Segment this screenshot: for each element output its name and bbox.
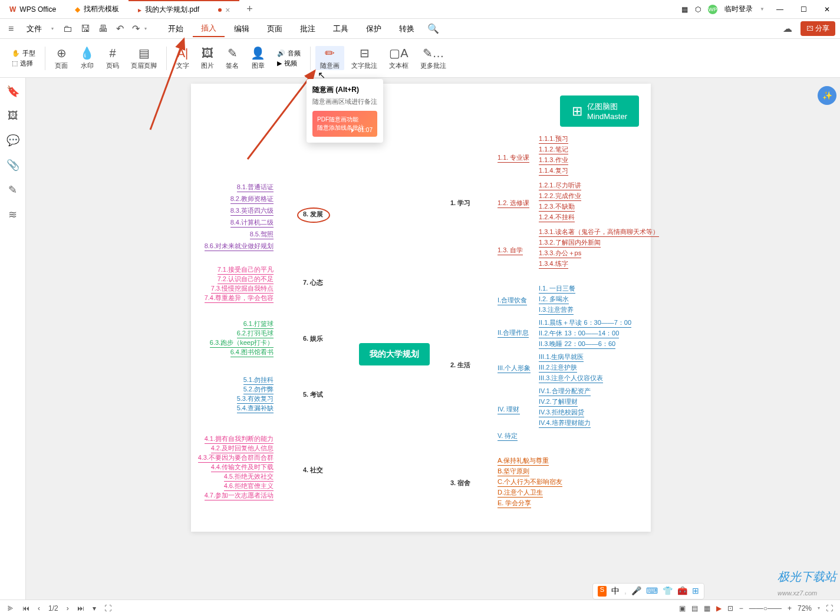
insert-menu[interactable]: 插入 xyxy=(193,21,225,37)
tooltip-desc: 随意画画区域进行备注 xyxy=(312,97,377,106)
select-tool[interactable]: ⬚ 选择 xyxy=(12,59,35,68)
input-method-bar[interactable]: S 中, 🎤 ⌨ 👕 🧰 ⊞ xyxy=(592,583,704,599)
save-icon[interactable]: 🖫 xyxy=(77,21,94,37)
close-button[interactable]: ✕ xyxy=(819,1,835,18)
view-mode-icon[interactable]: ▾ xyxy=(93,604,96,612)
view-continuous-icon[interactable]: ▤ xyxy=(691,604,698,612)
open-icon[interactable]: 🗀 xyxy=(60,21,76,37)
document-canvas[interactable]: ⊞ 亿图脑图MindMaster 我的大学规划 8. 发展 8.1.普通话证 8… xyxy=(26,78,840,599)
view-single-icon[interactable]: ▣ xyxy=(679,604,686,612)
leaf-2-4-3: IV.3.拒绝校园贷 xyxy=(539,408,584,417)
app-tab[interactable]: W WPS Office xyxy=(0,0,65,18)
first-page-icon[interactable]: ⏮ xyxy=(22,604,29,612)
text-button[interactable]: A|文字 xyxy=(172,47,194,70)
pen-icon[interactable]: ✎ xyxy=(8,183,17,196)
comment-icon[interactable]: 💬 xyxy=(6,134,19,147)
tools-menu[interactable]: 工具 xyxy=(325,21,357,37)
new-tab-button[interactable]: + xyxy=(239,3,260,15)
file-menu[interactable]: 文件 xyxy=(18,21,50,37)
titlebar: W WPS Office ◆ 找稻壳模板 ▸ 我的大学规划.pdf × + ▦ … xyxy=(0,0,840,19)
view-play-icon[interactable]: ▶ xyxy=(716,604,722,612)
tooltip-video[interactable]: PDF随意画功能 随意添加线条批注 ⏵ 01:07 xyxy=(312,111,377,137)
login-dropdown-icon[interactable]: ▼ xyxy=(760,6,765,12)
cloud-icon[interactable]: ☁ xyxy=(779,21,796,37)
leaf-3-5: E. 学会分享 xyxy=(498,499,531,508)
attachment-icon[interactable]: 📎 xyxy=(6,159,19,172)
sub-2-3: III.个人形象 xyxy=(498,364,531,373)
leaf-8-2: 8.2.教师资格证 xyxy=(230,195,274,204)
search-icon[interactable]: 🔍 xyxy=(424,21,443,37)
grid-icon[interactable]: ▦ xyxy=(681,5,688,14)
textbox-button[interactable]: ▢A文本框 xyxy=(384,46,413,70)
image-button[interactable]: 🖼图片 xyxy=(196,47,219,70)
template-tab[interactable]: ◆ 找稻壳模板 xyxy=(65,0,129,18)
annotate-menu[interactable]: 批注 xyxy=(292,21,324,37)
leaf-5-3: 5.3.有效复习 xyxy=(237,394,274,404)
page-menu[interactable]: 页面 xyxy=(259,21,291,37)
leaf-1-3-3: 1.3.3.办公＋ps xyxy=(539,249,581,258)
leaf-2-4-4: IV.4.培养理财能力 xyxy=(539,419,591,428)
bookmark-icon[interactable]: 🔖 xyxy=(6,85,19,98)
page-indicator[interactable]: 1/2 xyxy=(48,604,58,612)
pagenum-button[interactable]: #页码 xyxy=(101,47,124,70)
leaf-4-5: 4.5.拒绝无效社交 xyxy=(224,472,274,482)
layers-icon[interactable]: ≋ xyxy=(8,208,17,221)
convert-menu[interactable]: 转换 xyxy=(391,21,423,37)
active-document-tab[interactable]: ▸ 我的大学规划.pdf × xyxy=(129,0,239,18)
login-label[interactable]: 临时登录 xyxy=(724,4,753,14)
leaf-1-3-2: 1.3.2.了解国内外新闻 xyxy=(539,238,601,248)
last-page-icon[interactable]: ⏭ xyxy=(77,604,84,612)
signature-button[interactable]: ✎签名 xyxy=(221,46,243,70)
crop-icon[interactable]: ⛶ xyxy=(104,604,111,612)
menu-icon[interactable]: ≡ xyxy=(5,21,17,37)
view-two-icon[interactable]: ▦ xyxy=(704,604,710,612)
watermark-button[interactable]: 💧水印 xyxy=(75,46,99,70)
freedraw-button[interactable]: ✏随意画 xyxy=(315,46,344,70)
leaf-1-1-1: 1.1.1.预习 xyxy=(539,134,568,144)
share-button[interactable]: ⮹ 分享 xyxy=(801,21,835,36)
branch-4: 4. 社交 xyxy=(303,466,323,475)
statusbar: ⫸ ⏮ ‹ 1/2 › ⏭ ▾ ⛶ ▣ ▤ ▦ ▶ ⊡ − ——○—— + 72… xyxy=(0,599,840,616)
branch-7: 7. 心态 xyxy=(303,278,323,287)
next-page-icon[interactable]: › xyxy=(67,604,69,612)
branch-3: 3. 宿舍 xyxy=(450,479,470,487)
box-icon[interactable]: ⬡ xyxy=(695,5,701,14)
active-tab-label: 我的大学规划.pdf xyxy=(145,5,199,15)
branch-6: 6. 娱乐 xyxy=(303,334,323,343)
sub-2-5: V. 待定 xyxy=(498,431,518,441)
panel-toggle-icon[interactable]: ⫸ xyxy=(7,604,14,612)
textannot-button[interactable]: ⊟文字批注 xyxy=(347,46,382,70)
fit-icon[interactable]: ⊡ xyxy=(727,604,733,612)
stamp-button[interactable]: 👤图章 xyxy=(246,46,270,70)
hand-tool[interactable]: ✋ 手型 xyxy=(12,49,35,58)
minimize-button[interactable]: — xyxy=(772,1,788,18)
video-button[interactable]: ▶ 视频 xyxy=(277,59,301,68)
fullscreen-icon[interactable]: ⛶ xyxy=(826,604,833,612)
prev-page-icon[interactable]: ‹ xyxy=(38,604,40,612)
avatar-icon[interactable]: WP xyxy=(708,5,717,14)
leaf-4-6: 4.6.拒绝官僚主义 xyxy=(224,482,274,491)
ai-assist-button[interactable]: ✨ xyxy=(818,86,836,105)
leaf-2-4-1: IV.1.合理分配资产 xyxy=(539,387,591,396)
leaf-1-3-4: 1.3.4.练字 xyxy=(539,259,568,269)
leaf-2-3-1: III.1.生病早就医 xyxy=(539,353,584,362)
protect-menu[interactable]: 保护 xyxy=(358,21,390,37)
edit-menu[interactable]: 编辑 xyxy=(226,21,258,37)
leaf-1-1-3: 1.1.3.作业 xyxy=(539,156,568,165)
thumbnail-icon[interactable]: 🖼 xyxy=(8,110,18,122)
zoom-out-icon[interactable]: − xyxy=(739,604,743,612)
redo-icon[interactable]: ↷ xyxy=(129,21,143,37)
leaf-7-3: 7.3.慢慢挖掘自我特点 xyxy=(211,284,274,294)
audio-button[interactable]: 🔊 音频 xyxy=(277,49,301,58)
maximize-button[interactable]: ☐ xyxy=(795,1,812,18)
zoom-label[interactable]: 72% xyxy=(798,604,812,612)
leaf-2-3-2: III.2.注意护肤 xyxy=(539,363,577,373)
moreannot-button[interactable]: ✎…更多批注 xyxy=(416,46,451,70)
undo-icon[interactable]: ↶ xyxy=(113,21,127,37)
headerfooter-button[interactable]: ▤页眉页脚 xyxy=(126,46,162,70)
print-icon[interactable]: 🖶 xyxy=(95,21,111,37)
zoom-in-icon[interactable]: + xyxy=(788,604,792,612)
start-menu[interactable]: 开始 xyxy=(160,21,192,37)
close-tab-icon[interactable]: × xyxy=(225,5,230,15)
page-button[interactable]: ⊕页面 xyxy=(50,46,73,70)
